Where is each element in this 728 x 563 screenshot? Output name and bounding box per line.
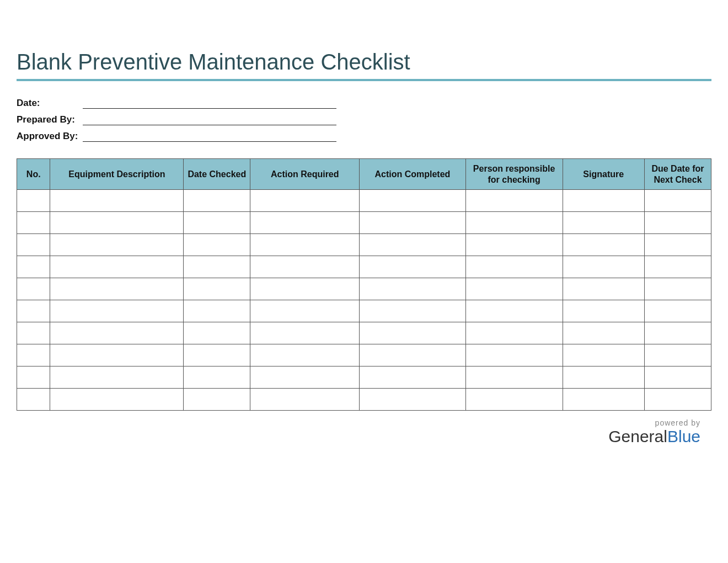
cell-action_completed[interactable] (360, 190, 465, 212)
cell-action_completed[interactable] (360, 300, 465, 322)
cell-date_checked[interactable] (184, 389, 250, 411)
cell-due_date[interactable] (644, 322, 711, 344)
checklist-table: No. Equipment Description Date Checked A… (17, 158, 711, 411)
cell-equipment[interactable] (50, 367, 184, 389)
cell-signature[interactable] (563, 367, 644, 389)
cell-person_responsible[interactable] (465, 344, 563, 367)
brand-general: General (608, 427, 667, 445)
cell-person_responsible[interactable] (465, 256, 563, 278)
cell-equipment[interactable] (50, 322, 184, 344)
cell-action_required[interactable] (250, 278, 360, 300)
header-signature: Signature (563, 159, 644, 190)
cell-equipment[interactable] (50, 344, 184, 367)
prepared-by-field[interactable] (83, 114, 336, 125)
cell-action_completed[interactable] (360, 212, 465, 234)
cell-due_date[interactable] (644, 190, 711, 212)
cell-no[interactable] (17, 212, 50, 234)
cell-action_completed[interactable] (360, 322, 465, 344)
cell-no[interactable] (17, 367, 50, 389)
header-action-required: Action Required (250, 159, 360, 190)
cell-signature[interactable] (563, 344, 644, 367)
date-label: Date: (17, 98, 83, 109)
date-field[interactable] (83, 98, 336, 109)
cell-equipment[interactable] (50, 278, 184, 300)
cell-action_completed[interactable] (360, 344, 465, 367)
cell-action_completed[interactable] (360, 278, 465, 300)
cell-action_required[interactable] (250, 367, 360, 389)
cell-action_required[interactable] (250, 300, 360, 322)
prepared-by-label: Prepared By: (17, 114, 83, 125)
cell-date_checked[interactable] (184, 322, 250, 344)
cell-no[interactable] (17, 190, 50, 212)
cell-equipment[interactable] (50, 190, 184, 212)
cell-signature[interactable] (563, 322, 644, 344)
cell-person_responsible[interactable] (465, 278, 563, 300)
cell-date_checked[interactable] (184, 367, 250, 389)
cell-signature[interactable] (563, 389, 644, 411)
cell-no[interactable] (17, 278, 50, 300)
cell-person_responsible[interactable] (465, 322, 563, 344)
cell-date_checked[interactable] (184, 278, 250, 300)
cell-action_required[interactable] (250, 212, 360, 234)
cell-action_required[interactable] (250, 190, 360, 212)
cell-due_date[interactable] (644, 256, 711, 278)
cell-signature[interactable] (563, 234, 644, 256)
cell-due_date[interactable] (644, 344, 711, 367)
cell-equipment[interactable] (50, 389, 184, 411)
cell-due_date[interactable] (644, 300, 711, 322)
cell-date_checked[interactable] (184, 344, 250, 367)
table-row (17, 389, 711, 411)
cell-action_required[interactable] (250, 344, 360, 367)
cell-due_date[interactable] (644, 212, 711, 234)
cell-date_checked[interactable] (184, 256, 250, 278)
header-date-checked: Date Checked (184, 159, 250, 190)
cell-no[interactable] (17, 389, 50, 411)
cell-action_required[interactable] (250, 322, 360, 344)
cell-action_required[interactable] (250, 234, 360, 256)
cell-signature[interactable] (563, 212, 644, 234)
cell-no[interactable] (17, 234, 50, 256)
powered-by-label: powered by (17, 418, 700, 427)
cell-due_date[interactable] (644, 278, 711, 300)
cell-signature[interactable] (563, 278, 644, 300)
cell-action_required[interactable] (250, 389, 360, 411)
cell-date_checked[interactable] (184, 212, 250, 234)
cell-action_completed[interactable] (360, 234, 465, 256)
cell-person_responsible[interactable] (465, 234, 563, 256)
header-due-date: Due Date for Next Check (644, 159, 711, 190)
cell-date_checked[interactable] (184, 234, 250, 256)
cell-person_responsible[interactable] (465, 389, 563, 411)
header-equipment: Equipment Description (50, 159, 184, 190)
cell-person_responsible[interactable] (465, 190, 563, 212)
header-no: No. (17, 159, 50, 190)
cell-signature[interactable] (563, 190, 644, 212)
cell-no[interactable] (17, 344, 50, 367)
cell-no[interactable] (17, 322, 50, 344)
cell-person_responsible[interactable] (465, 367, 563, 389)
cell-action_completed[interactable] (360, 389, 465, 411)
cell-no[interactable] (17, 300, 50, 322)
table-row (17, 367, 711, 389)
page-title: Blank Preventive Maintenance Checklist (17, 50, 711, 81)
cell-person_responsible[interactable] (465, 300, 563, 322)
cell-action_required[interactable] (250, 256, 360, 278)
table-row (17, 278, 711, 300)
cell-action_completed[interactable] (360, 256, 465, 278)
cell-due_date[interactable] (644, 367, 711, 389)
cell-equipment[interactable] (50, 234, 184, 256)
cell-signature[interactable] (563, 256, 644, 278)
cell-signature[interactable] (563, 300, 644, 322)
cell-action_completed[interactable] (360, 367, 465, 389)
table-row (17, 344, 711, 367)
cell-equipment[interactable] (50, 300, 184, 322)
cell-equipment[interactable] (50, 212, 184, 234)
cell-due_date[interactable] (644, 234, 711, 256)
cell-person_responsible[interactable] (465, 212, 563, 234)
cell-equipment[interactable] (50, 256, 184, 278)
cell-date_checked[interactable] (184, 300, 250, 322)
cell-due_date[interactable] (644, 389, 711, 411)
cell-date_checked[interactable] (184, 190, 250, 212)
approved-by-field[interactable] (83, 131, 336, 142)
cell-no[interactable] (17, 256, 50, 278)
header-action-completed: Action Completed (360, 159, 465, 190)
